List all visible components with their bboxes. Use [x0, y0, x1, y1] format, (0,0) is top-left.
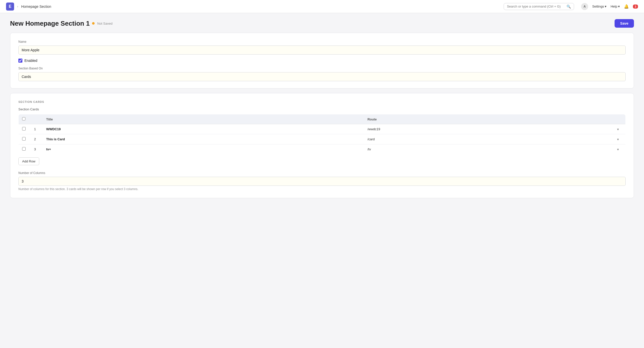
section-cards-table: Title Route 1 WWDC19 /wwdc19 ▾ 2 This is…	[18, 114, 626, 154]
table-header-title-col: Title	[43, 114, 364, 124]
row-actions[interactable]: ▾	[611, 134, 626, 144]
num-columns-label: Number of Columns	[18, 171, 626, 175]
section-cards-heading: SECTION CARDS	[18, 100, 626, 103]
row-chevron-down-icon: ▾	[617, 127, 619, 131]
nav-right-actions: A Settings ▾ Help ▾ 🔔 3	[581, 3, 638, 10]
section-based-on-input[interactable]	[18, 72, 626, 81]
table-header-checkbox-col	[19, 114, 31, 124]
row-checkbox-cell	[19, 144, 31, 154]
section-based-on-group: Section Based On	[18, 67, 626, 81]
num-columns-section: Number of Columns Number of columns for …	[18, 171, 626, 191]
page-title-area: New Homepage Section 1 Not Saved	[10, 20, 112, 27]
row-actions[interactable]: ▾	[611, 124, 626, 134]
settings-chevron-icon: ▾	[605, 5, 607, 8]
section-based-on-label: Section Based On	[18, 67, 626, 70]
name-label: Name	[18, 40, 626, 44]
table-body: 1 WWDC19 /wwdc19 ▾ 2 This is Card /card …	[19, 124, 626, 154]
row-num: 2	[31, 134, 43, 144]
table-header-num-col	[31, 114, 43, 124]
breadcrumb-label: Homepage Section	[21, 5, 51, 9]
search-bar[interactable]: 🔍	[504, 3, 574, 10]
enabled-checkbox[interactable]	[18, 59, 22, 63]
help-menu[interactable]: Help ▾	[611, 5, 620, 8]
section-cards-subheading: Section Cards	[18, 107, 626, 111]
row-chevron-down-icon: ▾	[617, 137, 619, 141]
row-chevron-down-icon: ▾	[617, 147, 619, 151]
row-checkbox[interactable]	[22, 137, 26, 141]
notifications-badge: 3	[633, 5, 638, 9]
page-header: New Homepage Section 1 Not Saved Save	[0, 13, 644, 33]
table-header-row: Title Route	[19, 114, 626, 124]
app-logo[interactable]: E	[6, 3, 14, 11]
add-row-button[interactable]: Add Row	[18, 157, 39, 165]
row-checkbox-cell	[19, 124, 31, 134]
select-all-checkbox[interactable]	[22, 117, 25, 120]
row-actions[interactable]: ▾	[611, 144, 626, 154]
notifications-icon[interactable]: 🔔	[624, 4, 629, 9]
help-chevron-icon: ▾	[618, 5, 620, 8]
row-route: /wwdc19	[364, 124, 611, 134]
enabled-label: Enabled	[24, 59, 37, 63]
row-title: This is Card	[43, 134, 364, 144]
section-cards-card: SECTION CARDS Section Cards Title Route	[10, 93, 634, 198]
name-field-group: Name	[18, 40, 626, 55]
table-header-route-col: Route	[364, 114, 611, 124]
enabled-row: Enabled	[18, 59, 626, 63]
row-checkbox[interactable]	[22, 127, 26, 130]
not-saved-dot	[92, 22, 95, 25]
table-header-actions-col	[611, 114, 626, 124]
row-checkbox[interactable]	[22, 147, 26, 151]
avatar[interactable]: A	[581, 3, 588, 10]
settings-menu[interactable]: Settings ▾	[592, 5, 607, 8]
num-columns-input[interactable]	[18, 177, 626, 186]
main-content: Name Enabled Section Based On SECTION CA…	[0, 33, 644, 213]
num-columns-helper: Number of columns for this section. 3 ca…	[18, 187, 626, 191]
table-row: 2 This is Card /card ▾	[19, 134, 626, 144]
search-icon: 🔍	[567, 5, 571, 9]
not-saved-label: Not Saved	[97, 22, 112, 25]
row-title: tv+	[43, 144, 364, 154]
page-title: New Homepage Section 1	[10, 20, 90, 27]
row-num: 3	[31, 144, 43, 154]
form-basic-card: Name Enabled Section Based On	[10, 33, 634, 89]
row-num: 1	[31, 124, 43, 134]
table-row: 3 tv+ /tv ▾	[19, 144, 626, 154]
row-route: /card	[364, 134, 611, 144]
table-row: 1 WWDC19 /wwdc19 ▾	[19, 124, 626, 134]
row-checkbox-cell	[19, 134, 31, 144]
top-navigation: E › Homepage Section 🔍 A Settings ▾ Help…	[0, 0, 644, 13]
search-input[interactable]	[507, 5, 565, 8]
name-input[interactable]	[18, 46, 626, 55]
breadcrumb-chevron: ›	[17, 5, 18, 8]
row-title: WWDC19	[43, 124, 364, 134]
row-route: /tv	[364, 144, 611, 154]
save-button[interactable]: Save	[615, 19, 634, 28]
